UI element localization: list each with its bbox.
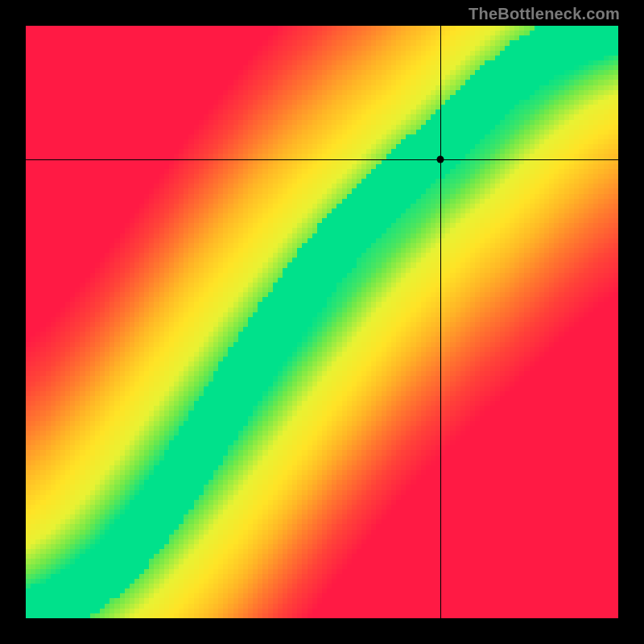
heatmap-canvas bbox=[26, 26, 618, 618]
evaluated-point-marker bbox=[437, 155, 444, 163]
crosshair-horizontal bbox=[26, 159, 618, 160]
crosshair-vertical bbox=[440, 26, 441, 618]
heatmap-plot bbox=[26, 26, 618, 618]
watermark-text: TheBottleneck.com bbox=[469, 5, 620, 23]
